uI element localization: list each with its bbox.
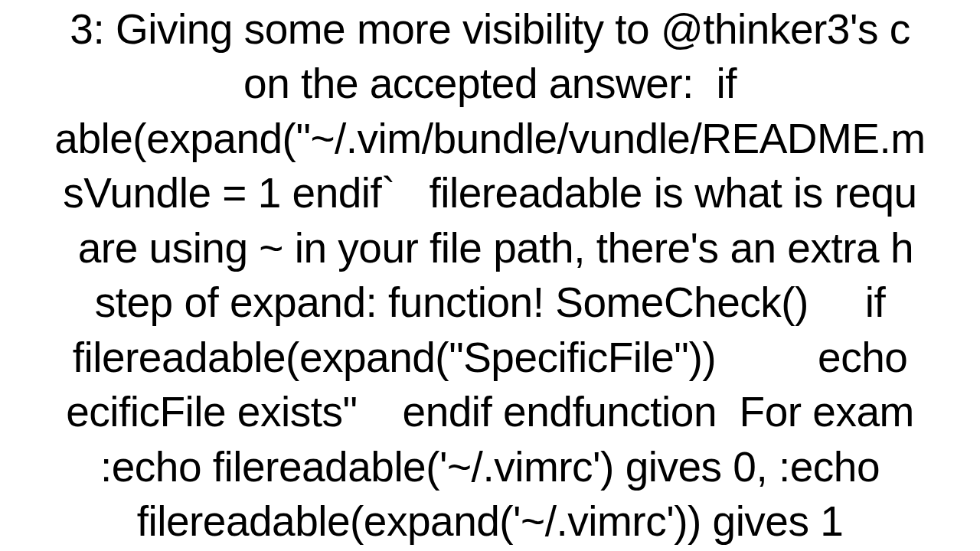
cropped-text-content: 3: Giving some more visibility to @think… — [0, 0, 980, 551]
